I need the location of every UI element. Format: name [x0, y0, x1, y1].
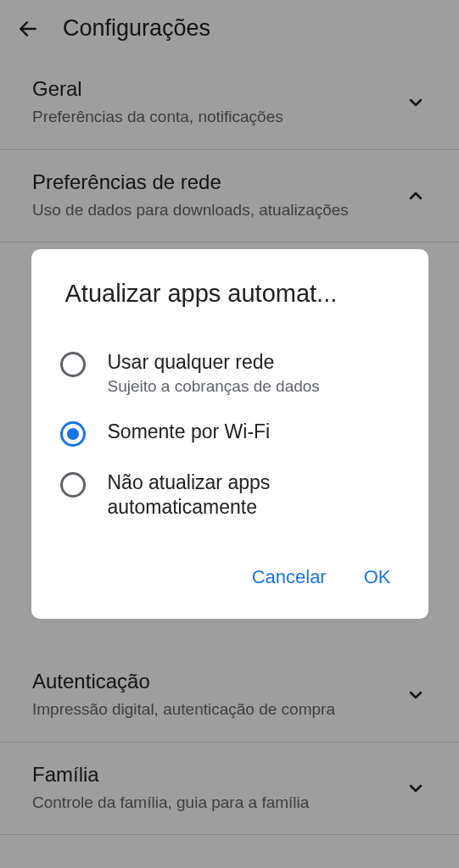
modal-overlay[interactable]: Atualizar apps automat... Usar qualquer …	[0, 0, 459, 868]
auto-update-dialog: Atualizar apps automat... Usar qualquer …	[31, 249, 428, 620]
radio-label: Não atualizar apps automaticamente	[108, 470, 400, 521]
radio-option-dont-update[interactable]: Não atualizar apps automaticamente	[60, 459, 400, 533]
radio-dot	[67, 428, 79, 440]
radio-icon-selected	[60, 421, 86, 447]
radio-option-any-network[interactable]: Usar qualquer rede Sujeito a cobranças d…	[60, 338, 400, 408]
radio-label: Somente por Wi-Fi	[108, 420, 400, 445]
cancel-button[interactable]: Cancelar	[249, 559, 330, 595]
radio-label: Usar qualquer rede	[108, 350, 400, 376]
radio-icon	[60, 352, 86, 377]
radio-icon	[60, 472, 86, 498]
radio-option-wifi-only[interactable]: Somente por Wi-Fi	[60, 408, 400, 459]
ok-button[interactable]: OK	[361, 559, 395, 595]
dialog-title: Atualizar apps automat...	[31, 280, 428, 308]
radio-sublabel: Sujeito a cobranças de dados	[108, 377, 400, 396]
dialog-actions: Cancelar OK	[31, 539, 428, 598]
radio-group: Usar qualquer rede Sujeito a cobranças d…	[31, 338, 428, 533]
